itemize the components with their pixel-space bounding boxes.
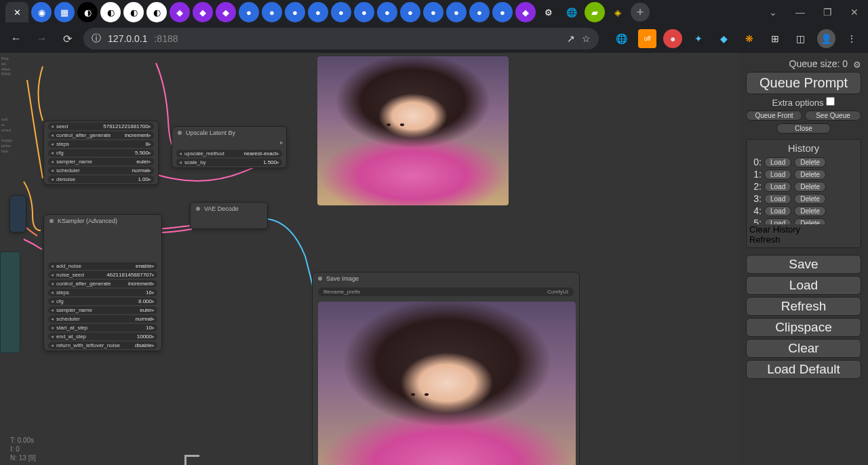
ext-icon[interactable]: 🌐 <box>612 29 631 48</box>
close-window-button[interactable]: ✕ <box>841 2 868 22</box>
chevron-right-icon[interactable]: ▸ <box>152 289 155 296</box>
node-param-row[interactable]: ◂schedulernormal▸ <box>48 315 157 323</box>
node-param-row[interactable]: ◂steps16▸ <box>48 289 157 296</box>
history-delete-button[interactable]: Delete <box>794 218 826 225</box>
tab-favicon[interactable]: ● <box>469 2 490 22</box>
node-param-row[interactable]: ◂denoise1.00▸ <box>48 176 154 183</box>
chevron-right-icon[interactable]: ▸ <box>149 141 151 147</box>
back-button[interactable]: ← <box>7 29 26 48</box>
node-param-row[interactable]: ◂noise_seed462118145887707▸ <box>48 271 157 279</box>
tab-favicon[interactable]: ◉ <box>31 2 52 22</box>
node-param-row[interactable]: ◂add_noiseenable▸ <box>48 262 157 270</box>
node-param-row[interactable]: ◂cfg5.500▸ <box>48 149 154 157</box>
queue-front-button[interactable]: Queue Front <box>746 110 802 121</box>
refresh-button[interactable]: Refresh <box>746 297 861 316</box>
history-load-button[interactable]: Load <box>764 169 791 180</box>
profile-icon[interactable]: 👤 <box>817 29 836 48</box>
tab-github[interactable]: ◐ <box>146 2 167 22</box>
history-list[interactable]: 0:LoadDelete1:LoadDelete2:LoadDelete3:Lo… <box>749 157 858 224</box>
filename-prefix-field[interactable]: filename_prefix ComfyUI <box>318 287 574 296</box>
node-save-image[interactable]: Save Image filename_prefix ComfyUI <box>312 272 580 465</box>
chevron-right-icon[interactable]: ▸ <box>152 281 155 287</box>
forward-button[interactable]: → <box>33 29 52 48</box>
extensions-icon[interactable]: ⊞ <box>766 29 785 48</box>
chevron-right-icon[interactable]: ▸ <box>149 123 151 129</box>
tab-favicon[interactable]: ● <box>400 2 420 22</box>
chevron-right-icon[interactable]: ▸ <box>277 150 279 157</box>
sidepanel-icon[interactable]: ◫ <box>791 29 810 48</box>
tab-favicon[interactable]: ◆ <box>515 2 536 22</box>
load-button[interactable]: Load <box>746 276 861 295</box>
node-param-row[interactable]: ◂end_at_step10000▸ <box>48 333 157 340</box>
tab-favicon[interactable]: ◆ <box>170 2 190 22</box>
tab-favicon[interactable]: ● <box>308 2 328 22</box>
reload-button[interactable]: ⟳ <box>58 29 77 48</box>
chevron-right-icon[interactable]: ▸ <box>149 159 151 165</box>
chevron-right-icon[interactable]: ▸ <box>149 150 151 156</box>
extra-options-checkbox[interactable]: Extra options <box>746 97 861 108</box>
chevron-right-icon[interactable]: ▸ <box>277 159 279 165</box>
close-button[interactable]: Close <box>776 123 831 134</box>
tab-favicon[interactable]: ◈ <box>608 2 628 22</box>
share-icon[interactable]: ↗ <box>567 33 575 44</box>
tab-favicon[interactable]: ● <box>262 2 282 22</box>
tab-favicon[interactable]: ● <box>354 2 374 22</box>
tab-favicon[interactable]: ● <box>446 2 467 22</box>
chevron-right-icon[interactable]: ▸ <box>152 316 155 322</box>
chevron-right-icon[interactable]: ▸ <box>149 176 151 182</box>
output-image[interactable] <box>318 302 576 465</box>
prompt-node[interactable] <box>0 251 20 353</box>
tab-github[interactable]: ◐ <box>77 2 98 22</box>
star-icon[interactable]: ☆ <box>582 33 591 44</box>
history-delete-button[interactable]: Delete <box>794 194 826 204</box>
history-load-button[interactable]: Load <box>764 206 791 216</box>
history-load-button[interactable]: Load <box>764 194 791 204</box>
gear-icon[interactable]: ⚙ <box>853 60 861 70</box>
ext-icon[interactable]: ● <box>663 29 682 48</box>
chevron-right-icon[interactable]: ▸ <box>152 272 155 278</box>
load-default-button[interactable]: Load Default <box>746 360 861 379</box>
tab-favicon[interactable]: ▦ <box>54 2 75 22</box>
tab-favicon[interactable]: 🌐 <box>561 2 582 22</box>
tab-favicon[interactable]: ◆ <box>193 2 213 22</box>
chevron-right-icon[interactable]: ▸ <box>152 333 155 340</box>
history-delete-button[interactable]: Delete <box>794 169 826 180</box>
history-load-button[interactable]: Load <box>764 182 791 192</box>
node-param-row[interactable]: ◂steps8▸ <box>48 140 154 148</box>
node-param-row[interactable]: ◂seed578121221881700▸ <box>48 123 154 130</box>
chevron-right-icon[interactable]: ▸ <box>149 132 151 138</box>
preview-image[interactable] <box>317 56 509 205</box>
node-ksampler[interactable]: ◂seed578121221881700▸◂control_after_gene… <box>43 121 159 185</box>
clear-history-button[interactable]: Clear History <box>749 224 858 235</box>
tab-favicon[interactable]: ● <box>285 2 305 22</box>
minimize-button[interactable]: — <box>787 2 814 22</box>
node-param-row[interactable]: ◂control_after_generateincrement▸ <box>48 132 154 139</box>
node-param-row[interactable]: ◂sampler_nameeuler▸ <box>48 158 154 165</box>
chevron-right-icon[interactable]: ▸ <box>149 167 151 174</box>
tab-favicon[interactable]: ● <box>239 2 259 22</box>
chevron-right-icon[interactable]: ▸ <box>152 342 155 348</box>
history-load-button[interactable]: Load <box>764 157 791 167</box>
clipspace-button[interactable]: Clipspace <box>746 318 861 337</box>
clear-button[interactable]: Clear <box>746 339 861 358</box>
node-param-row[interactable]: ◂return_with_leftover_noisedisable▸ <box>48 342 157 349</box>
tab-favicon[interactable]: ● <box>331 2 351 22</box>
see-queue-button[interactable]: See Queue <box>805 110 861 121</box>
node-upscale-latent[interactable]: Upscale Latent By ▸ ◂upscale_methodneare… <box>172 126 287 168</box>
tab-favicon[interactable]: ● <box>423 2 443 22</box>
maximize-button[interactable]: ❐ <box>814 2 841 22</box>
node-ksampler-advanced[interactable]: KSampler (Advanced) ◂add_noiseenable▸◂no… <box>43 214 162 351</box>
node-param-row[interactable]: ◂control_after_generateincrement▸ <box>48 280 157 287</box>
history-delete-button[interactable]: Delete <box>794 157 826 167</box>
new-tab-button[interactable]: + <box>631 3 650 22</box>
refresh-history-button[interactable]: Refresh <box>749 235 858 245</box>
history-delete-button[interactable]: Delete <box>794 206 826 216</box>
history-load-button[interactable]: Load <box>764 218 791 225</box>
node-edge[interactable] <box>9 195 26 232</box>
save-button[interactable]: Save <box>746 255 861 274</box>
ext-icon[interactable]: ✦ <box>689 29 708 48</box>
tab-favicon[interactable]: ● <box>492 2 513 22</box>
node-param-row[interactable]: ◂upscale_methodnearest-exact▸ <box>176 150 282 157</box>
tab-github[interactable]: ◐ <box>123 2 144 22</box>
node-param-row[interactable]: ◂sampler_nameeuler▸ <box>48 306 157 314</box>
